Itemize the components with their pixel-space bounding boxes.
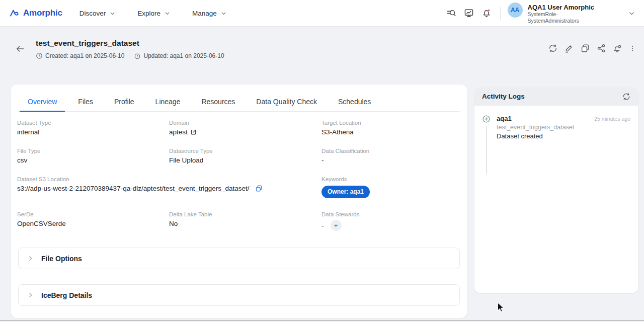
- field-value: OpenCSVSerde: [17, 220, 169, 227]
- kebab-menu-icon[interactable]: [629, 44, 636, 53]
- accordion-file-options[interactable]: File Options: [18, 248, 460, 269]
- chevron-down-icon[interactable]: [628, 10, 635, 17]
- activity-timestamp: 25 minutes ago: [594, 116, 630, 122]
- user-name: AQA1 User Amorphic: [528, 4, 594, 11]
- amorphic-logo-text: Amorphic: [23, 8, 62, 18]
- field-label: File Type: [17, 148, 169, 154]
- activity-log-entry: aqa1 25 minutes ago test_event_triggers_…: [482, 115, 630, 174]
- field-target-location: Target Location S3-Athena: [321, 120, 457, 136]
- amorphic-logo-icon: [9, 7, 22, 19]
- field-label: Data Stewards: [321, 211, 457, 217]
- header-actions: [548, 44, 636, 53]
- chevron-down-icon: [110, 11, 115, 16]
- tab-lineage[interactable]: Lineage: [155, 98, 181, 106]
- activity-action: Dataset created: [497, 132, 630, 140]
- menu-explore-label: Explore: [137, 10, 160, 17]
- mouse-cursor: [497, 302, 505, 313]
- notification-settings-icon[interactable]: [613, 44, 622, 53]
- field-label: Dataset Type: [17, 120, 169, 126]
- refresh-icon[interactable]: [622, 93, 630, 101]
- tab-bar-divider: [18, 111, 460, 112]
- s3-path-value: s3://adp-us-west-2-212070389437-qa-dlz/a…: [17, 185, 250, 192]
- tab-bar: Overview Files Profile Lineage Resources…: [11, 85, 467, 112]
- user-info: AQA1 User Amorphic SystemRole- SystemAdm…: [528, 3, 594, 24]
- menu-manage[interactable]: Manage: [192, 10, 226, 17]
- timeline-line: [486, 126, 487, 174]
- field-value: No: [169, 220, 321, 227]
- updated-meta: Updated: aqa1 on 2025-06-10: [134, 52, 224, 59]
- chevron-right-icon: [27, 255, 34, 262]
- tab-data-quality-check[interactable]: Data Quality Check: [256, 98, 317, 106]
- clock-icon: [36, 52, 43, 59]
- search-icon[interactable]: [446, 8, 456, 18]
- created-meta: Created: aqa1 on 2025-06-10: [36, 52, 124, 59]
- tab-overview[interactable]: Overview: [28, 98, 57, 106]
- tab-profile[interactable]: Profile: [114, 98, 134, 106]
- external-link-icon[interactable]: [190, 129, 197, 135]
- overview-fields: Dataset Type internal Domain aptest Targ…: [11, 112, 467, 231]
- main-menu: Discover Explore Manage: [79, 10, 226, 17]
- tab-resources[interactable]: Resources: [201, 98, 235, 106]
- field-value: -: [321, 156, 457, 164]
- accordion-iceberg-details[interactable]: IceBerg Details: [18, 284, 460, 306]
- tab-files[interactable]: Files: [78, 98, 93, 106]
- timeline-rail: [482, 115, 491, 174]
- field-label: Data Classification: [321, 148, 457, 154]
- back-arrow-icon[interactable]: [15, 44, 25, 54]
- field-value: S3-Athena: [321, 128, 457, 136]
- menu-explore[interactable]: Explore: [137, 10, 170, 17]
- menu-discover[interactable]: Discover: [79, 10, 116, 17]
- meta-divider: [129, 52, 129, 59]
- dataset-details-card: Overview Files Profile Lineage Resources…: [11, 85, 467, 318]
- user-profile-menu[interactable]: AA AQA1 User Amorphic SystemRole- System…: [508, 3, 635, 24]
- field-data-classification: Data Classification -: [321, 148, 457, 164]
- activity-logs-header: Activity Logs: [474, 87, 638, 106]
- field-label: SerDe: [17, 211, 169, 217]
- field-label: Delta Lake Table: [169, 211, 321, 217]
- tab-schedules[interactable]: Schedules: [338, 98, 371, 106]
- clone-icon[interactable]: [581, 44, 590, 53]
- created-text: Created: aqa1 on 2025-06-10: [45, 52, 124, 59]
- monitor-chart-icon[interactable]: [464, 8, 474, 18]
- chevron-down-icon: [165, 11, 170, 16]
- field-value: aptest: [169, 128, 188, 136]
- edit-pencil-icon[interactable]: [565, 44, 574, 53]
- field-dataset-type: Dataset Type internal: [17, 120, 169, 136]
- activity-target: test_event_triggers_dataset: [497, 124, 630, 131]
- field-value: File Upload: [169, 156, 321, 164]
- menu-manage-label: Manage: [192, 10, 217, 17]
- field-label: Keywords: [321, 176, 457, 182]
- accordion-label: IceBerg Details: [41, 291, 92, 299]
- activity-logs-panel: Activity Logs aqa1 25 minutes ago test_e…: [474, 87, 638, 293]
- topbar-right: AA AQA1 User Amorphic SystemRole- System…: [439, 3, 635, 24]
- field-value: -: [321, 222, 324, 229]
- field-label: Datasource Type: [169, 148, 321, 154]
- viewport-bottom-edge: [0, 320, 644, 321]
- field-file-type: File Type csv: [17, 148, 169, 164]
- add-data-steward-button[interactable]: +: [331, 220, 342, 231]
- field-value: internal: [17, 128, 169, 136]
- field-delta-lake-table: Delta Lake Table No: [169, 211, 321, 231]
- updated-text: Updated: aqa1 on 2025-06-10: [143, 52, 224, 59]
- activity-user: aqa1: [497, 115, 512, 122]
- amorphic-logo[interactable]: Amorphic: [9, 7, 62, 19]
- copy-icon[interactable]: [255, 185, 263, 192]
- field-label: Domain: [169, 120, 321, 126]
- dataset-meta: Created: aqa1 on 2025-06-10 Updated: aqa…: [36, 52, 224, 59]
- chevron-right-icon: [27, 292, 34, 298]
- field-label: Dataset S3 Location: [17, 176, 321, 182]
- field-dataset-s3-location: Dataset S3 Location s3://adp-us-west-2-2…: [17, 176, 321, 198]
- field-keywords: Keywords Owner: aqa1: [321, 176, 457, 198]
- page-title: test_event_triggers_dataset: [36, 39, 139, 48]
- share-icon[interactable]: [597, 44, 606, 53]
- plus-circle-icon: [482, 115, 491, 123]
- user-role-line1: SystemRole-: [528, 11, 594, 18]
- field-value: csv: [17, 156, 169, 164]
- field-data-stewards: Data Stewards - +: [321, 211, 457, 231]
- timer-icon: [134, 52, 141, 59]
- notifications-bell-icon[interactable]: [481, 8, 492, 18]
- field-domain: Domain aptest: [169, 120, 321, 136]
- refresh-icon[interactable]: [548, 44, 557, 53]
- field-label: Target Location: [321, 120, 457, 126]
- field-serde: SerDe OpenCSVSerde: [17, 211, 169, 231]
